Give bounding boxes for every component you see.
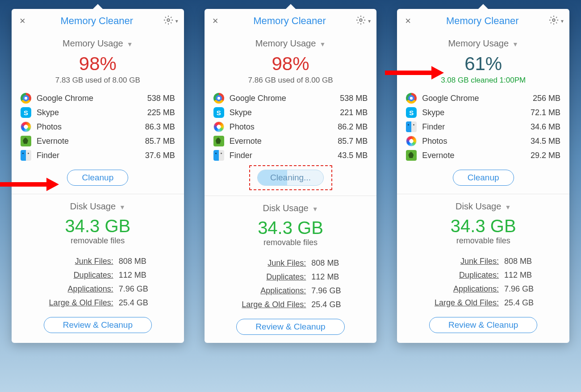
disk-category-link[interactable]: Large & Old Files: bbox=[419, 298, 504, 308]
settings-button[interactable]: ▼ bbox=[163, 15, 176, 27]
app-list: Google Chrome256 MBSkype72.1 MBFinder34.… bbox=[406, 91, 560, 163]
photos-icon bbox=[213, 121, 224, 132]
chevron-down-icon: ▼ bbox=[127, 41, 133, 48]
disk-row: Large & Old Files:25.4 GB bbox=[419, 296, 547, 310]
chevron-down-icon: ▼ bbox=[175, 19, 179, 24]
disk-category-link[interactable]: Large & Old Files: bbox=[227, 300, 312, 309]
app-name: Google Chrome bbox=[37, 94, 147, 103]
review-cleanup-button[interactable]: Review & Cleanup bbox=[236, 319, 344, 335]
app-size: 225 MB bbox=[147, 108, 175, 117]
chrome-icon bbox=[406, 93, 417, 104]
disk-usage-header[interactable]: Disk Usage▼ bbox=[405, 201, 561, 212]
app-row: Skype72.1 MB bbox=[406, 105, 560, 120]
gear-icon bbox=[163, 15, 173, 27]
disk-amount: 34.3 GB bbox=[213, 218, 369, 238]
app-row: Evernote85.7 MB bbox=[213, 134, 368, 148]
app-name: Finder bbox=[422, 122, 531, 132]
cleanup-button[interactable]: Cleanup bbox=[453, 170, 514, 186]
gear-icon bbox=[549, 15, 559, 27]
disk-row: Junk Files:808 MB bbox=[227, 256, 355, 270]
review-cleanup-button[interactable]: Review & Cleanup bbox=[44, 317, 152, 333]
disk-rows: Junk Files:808 MBDuplicates:112 MBApplic… bbox=[34, 254, 162, 310]
close-button[interactable]: × bbox=[20, 16, 30, 26]
disk-category-value: 25.4 GB bbox=[311, 300, 354, 309]
disk-rows: Junk Files:808 MBDuplicates:112 MBApplic… bbox=[227, 256, 355, 312]
disk-category-link[interactable]: Applications: bbox=[419, 284, 504, 294]
app-size: 538 MB bbox=[340, 94, 368, 103]
app-row: Finder43.5 MB bbox=[213, 148, 368, 163]
disk-usage-section: Disk Usage▼34.3 GBremovable filesJunk Fi… bbox=[205, 196, 377, 343]
disk-category-value: 808 MB bbox=[119, 257, 162, 266]
svg-point-1 bbox=[360, 19, 363, 21]
chrome-icon bbox=[213, 93, 224, 104]
chevron-down-icon: ▼ bbox=[560, 19, 564, 24]
memory-usage-header[interactable]: Memory Usage▼ bbox=[405, 38, 561, 49]
settings-button[interactable]: ▼ bbox=[356, 15, 368, 27]
disk-category-link[interactable]: Large & Old Files: bbox=[34, 298, 119, 308]
chrome-icon bbox=[21, 93, 31, 104]
app-row: Google Chrome538 MB bbox=[213, 91, 368, 105]
annotation-arrow-2 bbox=[385, 66, 447, 79]
disk-rows: Junk Files:808 MBDuplicates:112 MBApplic… bbox=[419, 254, 547, 310]
app-size: 34.5 MB bbox=[531, 137, 560, 146]
annotation-arrow-1 bbox=[0, 178, 63, 191]
disk-category-link[interactable]: Junk Files: bbox=[227, 259, 312, 268]
memory-cleaner-panel: ×Memory Cleaner▼Memory Usage▼98%7.86 GB … bbox=[205, 9, 377, 343]
titlebar: ×Memory Cleaner▼ bbox=[205, 9, 377, 31]
app-name: Photos bbox=[37, 122, 145, 132]
memory-usage-section: Memory Usage▼61%3.08 GB cleaned 1:00PMGo… bbox=[397, 31, 569, 194]
close-button[interactable]: × bbox=[405, 16, 416, 26]
review-cleanup-button[interactable]: Review & Cleanup bbox=[429, 317, 537, 333]
memory-usage-section: Memory Usage▼98%7.86 GB used of 8.00 GBG… bbox=[205, 31, 377, 196]
settings-button[interactable]: ▼ bbox=[549, 15, 561, 27]
cleaning-button: Cleaning... bbox=[257, 170, 324, 186]
disk-category-link[interactable]: Applications: bbox=[227, 286, 312, 296]
memory-usage-header[interactable]: Memory Usage▼ bbox=[213, 38, 369, 49]
close-button[interactable]: × bbox=[213, 16, 223, 26]
app-name: Photos bbox=[230, 122, 338, 132]
disk-subtext: removable files bbox=[213, 238, 369, 247]
app-size: 34.6 MB bbox=[531, 122, 560, 132]
disk-usage-header[interactable]: Disk Usage▼ bbox=[20, 201, 176, 212]
chevron-down-icon: ▼ bbox=[512, 41, 518, 48]
app-size: 85.7 MB bbox=[145, 137, 175, 146]
app-row: Finder34.6 MB bbox=[406, 120, 560, 134]
app-row: Google Chrome538 MB bbox=[21, 91, 175, 105]
app-name: Finder bbox=[37, 151, 145, 160]
disk-category-value: 25.4 GB bbox=[119, 298, 162, 308]
app-title: Memory Cleaner bbox=[30, 15, 163, 27]
disk-category-value: 7.96 GB bbox=[311, 286, 354, 296]
disk-category-value: 112 MB bbox=[119, 271, 162, 280]
disk-category-link[interactable]: Duplicates: bbox=[34, 271, 119, 280]
disk-category-link[interactable]: Junk Files: bbox=[419, 257, 504, 266]
app-name: Google Chrome bbox=[422, 94, 533, 103]
app-name: Evernote bbox=[422, 151, 531, 160]
app-title: Memory Cleaner bbox=[416, 15, 549, 27]
disk-category-link[interactable]: Duplicates: bbox=[227, 272, 312, 282]
chevron-down-icon: ▼ bbox=[312, 205, 318, 213]
app-row: Skype225 MB bbox=[21, 105, 175, 120]
app-row: Finder37.6 MB bbox=[21, 148, 175, 163]
app-row: Evernote85.7 MB bbox=[21, 134, 175, 148]
app-size: 221 MB bbox=[340, 108, 368, 117]
disk-category-link[interactable]: Junk Files: bbox=[34, 257, 119, 266]
disk-usage-header[interactable]: Disk Usage▼ bbox=[213, 203, 369, 213]
disk-category-link[interactable]: Duplicates: bbox=[419, 271, 504, 280]
finder-icon bbox=[21, 150, 31, 161]
finder-icon bbox=[213, 150, 224, 161]
cleanup-button[interactable]: Cleanup bbox=[67, 170, 128, 186]
memory-subtext: 7.83 GB used of 8.00 GB bbox=[20, 76, 176, 85]
memory-usage-header[interactable]: Memory Usage▼ bbox=[20, 38, 176, 49]
titlebar: ×Memory Cleaner▼ bbox=[12, 9, 184, 31]
titlebar: ×Memory Cleaner▼ bbox=[397, 9, 569, 31]
disk-row: Duplicates:112 MB bbox=[227, 270, 355, 284]
disk-category-value: 25.4 GB bbox=[504, 298, 547, 308]
app-size: 86.3 MB bbox=[145, 122, 175, 132]
disk-row: Junk Files:808 MB bbox=[419, 254, 547, 268]
disk-category-value: 7.96 GB bbox=[119, 284, 162, 294]
disk-category-link[interactable]: Applications: bbox=[34, 284, 119, 294]
photos-icon bbox=[406, 136, 417, 146]
chevron-down-icon: ▼ bbox=[367, 19, 372, 24]
app-row: Photos34.5 MB bbox=[406, 134, 560, 148]
disk-subtext: removable files bbox=[20, 236, 176, 246]
